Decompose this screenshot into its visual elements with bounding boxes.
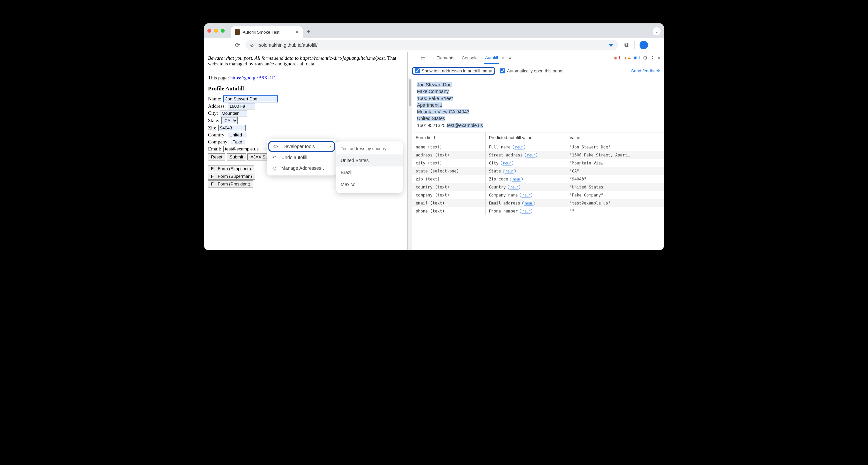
close-devtools-icon[interactable]: × <box>658 55 661 61</box>
device-toggle-icon[interactable]: ▭ <box>421 55 425 61</box>
menu-undo-autofill[interactable]: ↶ Undo autofill <box>267 152 337 163</box>
tab-search-button[interactable]: ⌄ <box>653 27 661 35</box>
issue-count[interactable]: ▣1 <box>633 55 640 60</box>
address-input[interactable] <box>228 103 255 109</box>
minimize-window-button[interactable] <box>214 29 218 33</box>
cell-predicted: Phone numberheur <box>485 207 566 215</box>
menu-label: Developer tools <box>282 144 315 149</box>
profile-city-line: Mountain View CA 94043 <box>417 109 469 114</box>
warning-text: Beware what you post. All forms send dat… <box>208 55 403 67</box>
label-city: City: <box>208 110 218 116</box>
tab-autofill[interactable]: Autofill <box>484 52 499 64</box>
back-button[interactable]: ← <box>207 40 217 50</box>
email-input[interactable] <box>223 146 272 152</box>
table-row: city (text)Cityheur"Mountain View" <box>412 159 664 167</box>
table-row: name (text)Full nameheur"Jon Stewart Doe… <box>412 143 664 151</box>
profile-phone: 16019521325 <box>417 123 446 128</box>
fill-superman-button[interactable]: Fill Form (Superman) <box>208 173 255 180</box>
kebab-menu-icon[interactable]: ⋮ <box>651 40 661 50</box>
show-test-addresses-checkbox[interactable]: Show test addresses in autofill menu <box>412 67 495 75</box>
label-country: Country: <box>208 132 226 138</box>
table-row: zip (text)Zip codeheur"94043" <box>412 175 664 183</box>
label-zip: Zip: <box>208 125 216 131</box>
menu-developer-tools[interactable]: <> Developer tools › <box>268 141 335 152</box>
profile-email: test@example.us <box>447 123 483 128</box>
name-input[interactable] <box>223 95 278 103</box>
table-row: phone (text)Phone numberheur"" <box>412 207 664 215</box>
table-row: country (text)Countryheur"United States" <box>412 183 664 191</box>
send-feedback-link[interactable]: Send feedback <box>631 68 660 74</box>
fill-simpsons-button[interactable]: Fill Form (Simpsons) <box>208 165 254 172</box>
heur-badge: heur <box>522 201 535 205</box>
checkbox-input[interactable] <box>500 68 505 74</box>
warning-count[interactable]: ▲4 <box>623 55 631 60</box>
cell-field: zip (text) <box>412 175 485 183</box>
country-input[interactable] <box>228 132 247 138</box>
submenu-item-mexico[interactable]: Mexico <box>336 178 403 191</box>
heur-badge: heur <box>513 145 525 149</box>
state-select[interactable]: CA <box>221 117 238 124</box>
scrollbar[interactable] <box>408 78 412 250</box>
reload-button[interactable]: ⟳ <box>232 40 242 50</box>
col-predicted: Predicted autofill value <box>485 133 566 143</box>
browser-tab[interactable]: Autofill Smoke Test × <box>231 26 303 38</box>
table-row: company (text)Company nameheur"Fake Comp… <box>412 191 664 199</box>
devtools-panel: ⿻ ▭ Elements Console Autofill × » ⊗1 ▲4 … <box>407 52 664 250</box>
new-tab-button[interactable]: + <box>307 28 311 36</box>
profile-avatar[interactable] <box>639 41 648 49</box>
cell-field: address (text) <box>412 151 485 159</box>
col-value: Value <box>566 133 664 143</box>
autofill-table: Form field Predicted autofill value Valu… <box>412 132 664 215</box>
fill-president-button[interactable]: Fill Form (President) <box>208 180 253 187</box>
auto-open-panel-checkbox[interactable]: Automatically open this panel <box>500 68 563 74</box>
inspect-icon[interactable]: ⿻ <box>411 55 416 61</box>
tab-title: Autofill Smoke Test <box>243 30 279 35</box>
close-window-button[interactable] <box>207 29 211 33</box>
cell-field: company (text) <box>412 191 485 199</box>
zip-input[interactable] <box>218 125 246 131</box>
profile-apt: Apartment 1 <box>417 103 442 108</box>
submenu-item-us[interactable]: United States <box>336 154 403 167</box>
close-panel-tab-icon[interactable]: × <box>501 55 504 61</box>
menu-manage-addresses[interactable]: ◎ Manage Addresses… <box>267 163 337 173</box>
tab-elements[interactable]: Elements <box>435 53 456 63</box>
tab-console[interactable]: Console <box>460 53 479 63</box>
cell-value: "Fake Company" <box>566 191 664 199</box>
url-text: rsolomakhin.github.io/autofill/ <box>257 42 318 48</box>
company-input[interactable] <box>231 139 245 145</box>
favicon <box>235 29 240 35</box>
more-tabs-icon[interactable]: » <box>509 55 511 60</box>
cell-field: city (text) <box>412 159 485 167</box>
autofill-profile-preview: Jon Stewart Doe Fake Company 1600 Fake S… <box>412 78 664 132</box>
code-icon: <> <box>272 144 278 149</box>
bookmark-star-icon[interactable]: ★ <box>608 41 614 49</box>
cell-predicted: Email addressheur <box>485 199 566 207</box>
reset-button[interactable]: Reset <box>208 153 225 161</box>
submenu-item-brazil[interactable]: Brazil <box>336 167 403 178</box>
settings-gear-icon[interactable]: ⚙ <box>643 55 647 61</box>
extensions-icon[interactable]: ⧉ <box>622 40 631 50</box>
city-input[interactable] <box>220 110 247 116</box>
short-link[interactable]: https://goo.gl/B6Xs1E <box>230 75 275 80</box>
maximize-window-button[interactable] <box>221 29 225 33</box>
autofill-settings-bar: Show test addresses in autofill menu Aut… <box>408 64 664 78</box>
site-info-icon[interactable]: ⊘ <box>250 42 254 48</box>
devtools-kebab-icon[interactable]: ⋮ <box>650 55 655 61</box>
autofill-context-menu: <> Developer tools › ↶ Undo autofill ◎ M… <box>267 139 337 175</box>
submit-button[interactable]: Submit <box>227 153 246 161</box>
tab-strip: Autofill Smoke Test × + ⌄ <box>204 23 664 38</box>
address-bar[interactable]: ⊘ rsolomakhin.github.io/autofill/ ★ <box>245 40 618 50</box>
divider <box>634 41 635 49</box>
error-count[interactable]: ⊗1 <box>614 55 621 60</box>
checkbox-input[interactable] <box>415 68 420 74</box>
devtools-tab-bar: ⿻ ▭ Elements Console Autofill × » ⊗1 ▲4 … <box>408 52 664 64</box>
checkbox-label: Automatically open this panel <box>507 68 563 74</box>
close-tab-button[interactable]: × <box>295 29 298 35</box>
cell-predicted: Street addressheur <box>485 151 566 159</box>
cell-value: "test@example.us" <box>566 199 664 207</box>
forward-button[interactable]: → <box>220 40 229 50</box>
cell-predicted: Company nameheur <box>485 191 566 199</box>
cell-value: "CA" <box>566 167 664 175</box>
cell-field: phone (text) <box>412 207 485 215</box>
menu-label: Manage Addresses… <box>281 166 326 171</box>
